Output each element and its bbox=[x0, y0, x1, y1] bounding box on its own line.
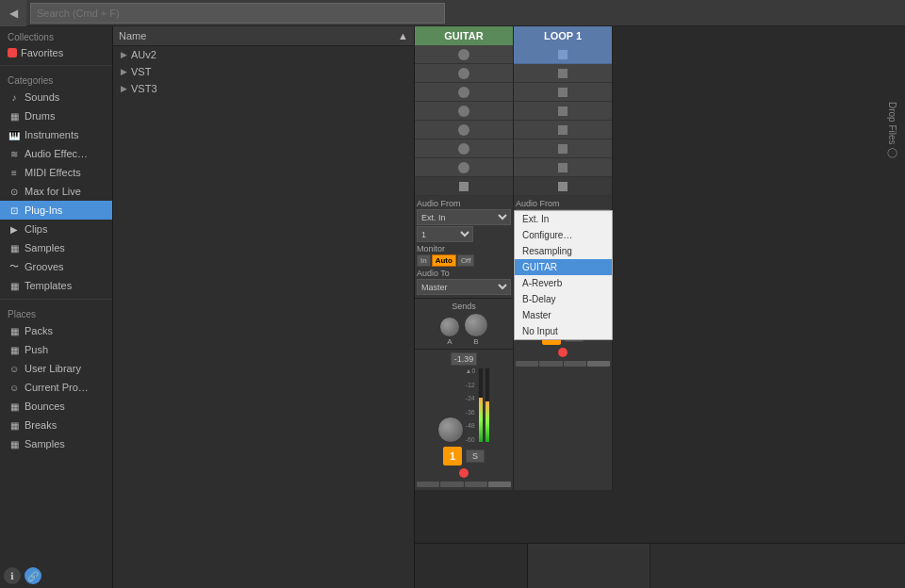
guitar-clip-6[interactable] bbox=[415, 139, 513, 158]
guitar-record-btn[interactable] bbox=[459, 468, 469, 478]
clip-circle bbox=[458, 68, 469, 79]
guitar-monitor-btns: In Auto Off bbox=[417, 254, 511, 267]
loop1-track: LOOP 1 Audio From bbox=[514, 26, 613, 490]
dd-item-configure[interactable]: Configure… bbox=[515, 227, 612, 243]
file-browser: Name ▲ ▶ AUv2 ▶ VST ▶ VST3 bbox=[113, 26, 415, 588]
link-icon[interactable]: 🔗 bbox=[25, 567, 41, 584]
search-input[interactable] bbox=[30, 3, 445, 24]
dd-item-b-delay[interactable]: B-Delay bbox=[515, 291, 612, 307]
monitor-off-btn[interactable]: Off bbox=[457, 254, 475, 267]
guitar-vu-area: ▲0 -12 -24 -36 -48 -60 bbox=[466, 368, 491, 443]
sounds-icon: ♪ bbox=[8, 90, 21, 104]
dd-item-ext-in[interactable]: Ext. In bbox=[515, 211, 612, 227]
guitar-clip-7[interactable] bbox=[415, 158, 513, 177]
sidebar-bounces-label: Bounces bbox=[25, 400, 65, 412]
sidebar-item-push[interactable]: ▦ Push bbox=[0, 340, 112, 359]
sidebar-item-samples-place[interactable]: ▦ Samples bbox=[0, 434, 112, 453]
clip-circle bbox=[458, 49, 469, 60]
guitar-clip-1[interactable] bbox=[415, 45, 513, 64]
sidebar-push-label: Push bbox=[25, 344, 48, 355]
guitar-vu-fill-r bbox=[485, 401, 489, 442]
clip-square bbox=[558, 144, 568, 154]
sidebar-item-bounces[interactable]: ▦ Bounces bbox=[0, 397, 112, 416]
browser-item-vst[interactable]: ▶ VST bbox=[113, 63, 414, 80]
guitar-bottom-strip bbox=[417, 482, 511, 487]
back-button[interactable]: ◀ bbox=[0, 0, 26, 26]
dd-item-resampling[interactable]: Resampling bbox=[515, 243, 612, 259]
dd-item-master[interactable]: Master bbox=[515, 307, 612, 323]
sidebar-item-plug-ins[interactable]: ⊡ Plug-Ins bbox=[0, 201, 112, 220]
loop1-audio-from-label: Audio From bbox=[516, 199, 610, 208]
guitar-clip-2[interactable] bbox=[415, 64, 513, 83]
user-library-icon: ☺ bbox=[8, 362, 21, 375]
guitar-input-select[interactable]: 1 bbox=[417, 226, 473, 242]
guitar-clip-3[interactable] bbox=[415, 83, 513, 102]
send-a-knob[interactable] bbox=[439, 317, 460, 337]
packs-icon: ▦ bbox=[8, 324, 21, 337]
guitar-monitor-row: Monitor bbox=[417, 244, 511, 253]
info-icon[interactable]: ℹ bbox=[4, 567, 21, 584]
sidebar-item-drums[interactable]: ▦ Drums bbox=[0, 106, 112, 125]
guitar-channel-num-btn[interactable]: 1 bbox=[443, 447, 462, 466]
loop1-clip-7[interactable] bbox=[514, 158, 612, 177]
guitar-vu-fill-l bbox=[479, 398, 483, 442]
sidebar-item-grooves[interactable]: 〜 Grooves bbox=[0, 257, 112, 276]
sidebar-item-sounds[interactable]: ♪ Sounds bbox=[0, 88, 112, 106]
clip-circle bbox=[458, 143, 469, 155]
loop1-clip-1[interactable] bbox=[514, 45, 612, 64]
sort-arrow: ▲ bbox=[398, 30, 408, 41]
sidebar-item-breaks[interactable]: ▦ Breaks bbox=[0, 416, 112, 434]
max-for-live-icon: ⊙ bbox=[8, 185, 21, 198]
loop1-stop-btn[interactable] bbox=[514, 177, 612, 196]
loop1-record-btn[interactable] bbox=[558, 348, 568, 357]
guitar-audio-to-select[interactable]: Master bbox=[417, 279, 511, 295]
dd-item-a-reverb[interactable]: A-Reverb bbox=[515, 275, 612, 291]
browser-item-auv2[interactable]: ▶ AUv2 bbox=[113, 46, 414, 63]
guitar-clip-4[interactable] bbox=[415, 102, 513, 121]
loop1-clip-3[interactable] bbox=[514, 83, 612, 102]
sidebar-item-favorites[interactable]: Favorites bbox=[0, 44, 112, 61]
loop1-clip-6[interactable] bbox=[514, 139, 612, 158]
push-icon: ▦ bbox=[8, 343, 21, 356]
sidebar-item-user-library[interactable]: ☺ User Library bbox=[0, 359, 112, 378]
divider2 bbox=[0, 299, 112, 300]
clip-square bbox=[558, 163, 568, 172]
guitar-track-header[interactable]: GUITAR bbox=[415, 26, 513, 45]
sidebar-samples-place-label: Samples bbox=[25, 438, 65, 449]
dd-item-guitar[interactable]: GUITAR bbox=[515, 259, 612, 275]
guitar-volume-db: -1.39 bbox=[451, 352, 478, 366]
monitor-auto-btn[interactable]: Auto bbox=[432, 254, 456, 267]
folder-arrow-auv2: ▶ bbox=[121, 50, 127, 59]
guitar-volume-knob[interactable] bbox=[437, 416, 464, 443]
sidebar-item-instruments[interactable]: 🎹 Instruments bbox=[0, 125, 112, 144]
drop-files-label: Drop Files ◯ bbox=[887, 102, 897, 157]
guitar-audio-from-select[interactable]: Ext. In bbox=[417, 209, 511, 225]
loop1-clip-2[interactable] bbox=[514, 64, 612, 83]
sidebar-item-packs[interactable]: ▦ Packs bbox=[0, 321, 112, 340]
audio-effects-icon: ≋ bbox=[8, 147, 21, 160]
guitar-stop-btn[interactable] bbox=[415, 177, 513, 196]
clip-square bbox=[558, 125, 568, 135]
sidebar-item-templates[interactable]: ▦ Templates bbox=[0, 276, 112, 295]
sidebar-audio-effects-label: Audio Effec… bbox=[25, 148, 88, 159]
vol-60: -60 bbox=[466, 436, 476, 443]
monitor-in-btn[interactable]: In bbox=[417, 254, 431, 267]
browser-item-vst3[interactable]: ▶ VST3 bbox=[113, 80, 414, 97]
guitar-vu-bar-r bbox=[485, 368, 490, 443]
send-b-knob[interactable] bbox=[464, 313, 488, 337]
guitar-sends-knobs: A B bbox=[439, 313, 488, 346]
guitar-solo-btn[interactable]: S bbox=[466, 449, 485, 463]
sidebar-item-samples[interactable]: ▦ Samples bbox=[0, 238, 112, 257]
sidebar-item-audio-effects[interactable]: ≋ Audio Effec… bbox=[0, 144, 112, 163]
loop1-clip-4[interactable] bbox=[514, 102, 612, 121]
sidebar-item-current-pro[interactable]: ☺ Current Pro… bbox=[0, 378, 112, 397]
divider bbox=[0, 65, 112, 66]
loop1-clip-5[interactable] bbox=[514, 121, 612, 139]
dd-item-no-input[interactable]: No Input bbox=[515, 323, 612, 339]
loop1-track-header[interactable]: LOOP 1 bbox=[514, 26, 612, 45]
guitar-channel-controls: 1 S bbox=[443, 447, 485, 466]
sidebar-item-clips[interactable]: ▶ Clips bbox=[0, 220, 112, 238]
guitar-clip-5[interactable] bbox=[415, 121, 513, 139]
sidebar-item-midi-effects[interactable]: ≡ MIDI Effects bbox=[0, 163, 112, 182]
sidebar-item-max-for-live[interactable]: ⊙ Max for Live bbox=[0, 182, 112, 201]
